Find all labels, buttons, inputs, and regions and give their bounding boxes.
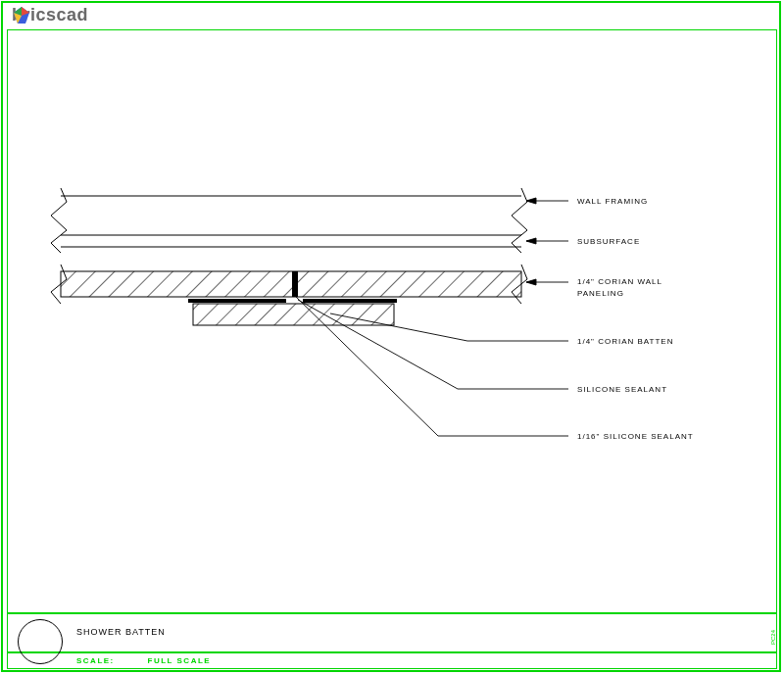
- label-corian-wall-panel: 1/4" CORIAN WALL PANELING: [577, 276, 662, 300]
- label-silicone-sealant: SILICONE SEALANT: [577, 385, 667, 394]
- svg-marker-16: [526, 238, 536, 244]
- svg-rect-8: [61, 271, 521, 297]
- app-logo: bricscad: [12, 5, 88, 25]
- detail-marker-circle: [18, 619, 63, 664]
- svg-marker-14: [526, 198, 536, 204]
- drawing-canvas[interactable]: WALL FRAMING SUBSURFACE 1/4" CORIAN WALL…: [7, 29, 777, 612]
- svg-rect-11: [303, 299, 397, 303]
- svg-marker-18: [526, 279, 536, 285]
- scale-value: FULL SCALE: [148, 656, 212, 665]
- section-drawing: [7, 29, 777, 612]
- drawing-title: SHOWER BATTEN: [76, 627, 166, 637]
- app-frame: bricscad SHOWER BATTEN SCALE: FULL SCALE…: [0, 0, 784, 674]
- scale-divider: [7, 651, 777, 653]
- bricscad-icon: [12, 6, 31, 25]
- drawing-code: PC24: [770, 630, 776, 645]
- label-silicone-sealant-16: 1/16" SILICONE SEALANT: [577, 432, 694, 441]
- svg-rect-12: [193, 304, 394, 325]
- label-subsurface: SUBSURFACE: [577, 237, 640, 246]
- scale-label: SCALE:: [76, 656, 115, 665]
- label-corian-batten: 1/4" CORIAN BATTEN: [577, 337, 673, 346]
- svg-rect-10: [188, 299, 286, 303]
- svg-rect-9: [292, 271, 298, 297]
- scale-row: SCALE: FULL SCALE: [76, 656, 211, 665]
- title-divider: [7, 612, 777, 614]
- svg-line-19: [330, 313, 467, 341]
- label-wall-framing: WALL FRAMING: [577, 197, 648, 206]
